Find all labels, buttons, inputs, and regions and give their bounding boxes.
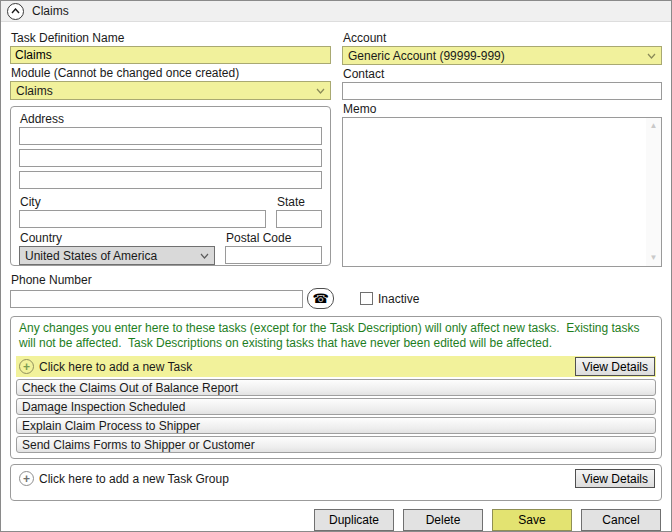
- city-label: City: [20, 195, 266, 209]
- scroll-up-icon[interactable]: ▲: [646, 119, 661, 133]
- task-row[interactable]: Check the Claims Out of Balance Report: [16, 379, 656, 396]
- module-label: Module (Cannot be changed once created): [11, 66, 331, 80]
- memo-scrollbar[interactable]: ▲ ▼: [646, 118, 661, 266]
- country-dropdown[interactable]: United States of America: [19, 246, 215, 265]
- memo-label: Memo: [343, 102, 662, 116]
- contact-input[interactable]: [342, 82, 662, 100]
- collapse-toggle-button[interactable]: [7, 3, 24, 20]
- address-line-3-input[interactable]: [19, 171, 322, 189]
- task-group-view-details-button[interactable]: View Details: [575, 469, 655, 488]
- account-label: Account: [343, 31, 662, 45]
- cancel-button[interactable]: Cancel: [581, 509, 661, 531]
- task-row[interactable]: Explain Claim Process to Shipper: [16, 417, 656, 434]
- add-new-task-label: Click here to add a new Task: [39, 360, 192, 374]
- task-row-label: Check the Claims Out of Balance Report: [22, 381, 238, 395]
- add-new-task-row[interactable]: + Click here to add a new Task View Deta…: [16, 356, 656, 377]
- task-definition-name-label: Task Definition Name: [11, 31, 331, 45]
- phone-number-input[interactable]: [10, 290, 303, 308]
- dial-phone-button[interactable]: ☎: [307, 288, 334, 309]
- state-label: State: [277, 195, 322, 209]
- city-input[interactable]: [19, 210, 266, 228]
- inactive-checkbox[interactable]: [360, 292, 373, 305]
- footer-button-bar: Duplicate Delete Save Cancel: [10, 509, 662, 531]
- address-line-1-input[interactable]: [19, 127, 322, 145]
- task-groups-group: + Click here to add a new Task Group Vie…: [10, 464, 662, 501]
- task-definition-name-input[interactable]: [10, 46, 331, 64]
- inactive-label: Inactive: [378, 292, 419, 306]
- add-plus-icon: +: [19, 471, 34, 486]
- address-group: Address City State: [10, 106, 331, 266]
- save-button[interactable]: Save: [492, 509, 572, 531]
- account-dropdown[interactable]: Generic Account (99999-999): [342, 46, 662, 65]
- country-label: Country: [20, 231, 215, 245]
- claims-window: Claims Task Definition Name Module (Cann…: [0, 0, 672, 532]
- memo-field-frame: ▲ ▼: [342, 117, 662, 267]
- task-row-label: Send Claims Forms to Shipper or Customer: [22, 438, 255, 452]
- address-line-2-input[interactable]: [19, 149, 322, 167]
- state-input[interactable]: [276, 210, 322, 228]
- tasks-group: Any changes you enter here to these task…: [10, 316, 662, 459]
- scroll-down-icon[interactable]: ▼: [646, 251, 661, 265]
- postal-code-input[interactable]: [225, 246, 322, 264]
- postal-code-label: Postal Code: [226, 231, 322, 245]
- duplicate-button[interactable]: Duplicate: [314, 509, 394, 531]
- address-label: Address: [20, 112, 322, 126]
- phone-icon: ☎: [312, 292, 328, 305]
- country-dropdown-value: United States of America: [25, 249, 157, 263]
- add-new-task-group-row[interactable]: + Click here to add a new Task Group Vie…: [16, 468, 656, 489]
- delete-button[interactable]: Delete: [403, 509, 483, 531]
- chevron-down-icon: [200, 253, 209, 259]
- task-row-label: Explain Claim Process to Shipper: [22, 419, 200, 433]
- section-title: Claims: [32, 4, 69, 18]
- chevron-up-icon: [11, 8, 20, 14]
- task-row[interactable]: Damage Inspection Scheduled: [16, 398, 656, 415]
- contact-label: Contact: [343, 67, 662, 81]
- account-dropdown-value: Generic Account (99999-999): [348, 49, 505, 63]
- add-plus-icon: +: [19, 359, 34, 374]
- task-view-details-button[interactable]: View Details: [575, 357, 655, 376]
- tasks-notice-text: Any changes you enter here to these task…: [16, 319, 656, 356]
- module-dropdown[interactable]: Claims: [10, 81, 331, 100]
- phone-number-label: Phone Number: [11, 273, 662, 287]
- module-dropdown-value: Claims: [16, 84, 53, 98]
- task-row[interactable]: Send Claims Forms to Shipper or Customer: [16, 436, 656, 453]
- memo-textarea[interactable]: [343, 118, 646, 266]
- section-header: Claims: [1, 1, 671, 22]
- task-row-label: Damage Inspection Scheduled: [22, 400, 185, 414]
- chevron-down-icon: [647, 53, 656, 59]
- chevron-down-icon: [316, 88, 325, 94]
- add-new-task-group-label: Click here to add a new Task Group: [39, 472, 229, 486]
